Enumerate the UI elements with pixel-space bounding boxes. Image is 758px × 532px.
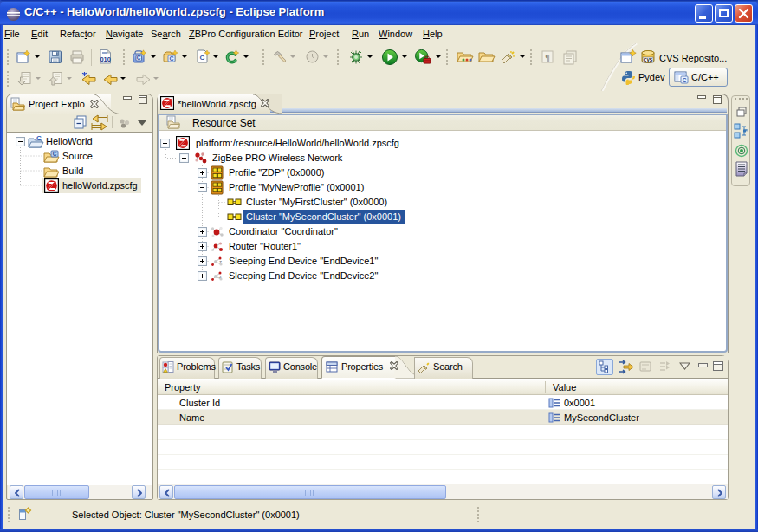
svg-text:¶: ¶ [545, 53, 549, 62]
svg-text:z: z [219, 274, 222, 279]
svg-text:z: z [219, 259, 222, 264]
svg-text:C: C [200, 54, 205, 62]
svg-text:C: C [169, 55, 173, 62]
svg-text:CVS: CVS [644, 57, 653, 62]
svg-text:C: C [683, 77, 687, 83]
svg-text:C: C [137, 55, 141, 61]
svg-text:C: C [53, 151, 57, 157]
svg-text:C: C [36, 134, 42, 142]
svg-text:010: 010 [100, 55, 111, 63]
